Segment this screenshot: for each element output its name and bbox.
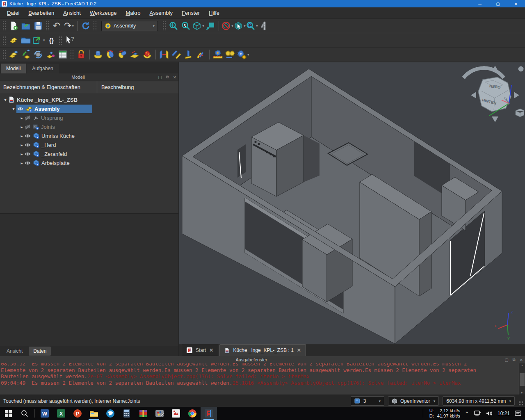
3d-viewport[interactable]: OBEN HINTEN LINKS Z X Y Star bbox=[179, 62, 525, 356]
toolbar-grip[interactable] bbox=[3, 36, 6, 45]
eye-icon[interactable] bbox=[25, 160, 31, 166]
speaker-icon[interactable] bbox=[486, 410, 493, 417]
fit-selection-button[interactable] bbox=[180, 20, 192, 32]
scroll-up-icon[interactable] bbox=[519, 363, 525, 368]
start-button[interactable] bbox=[0, 407, 16, 420]
eye-icon[interactable] bbox=[17, 106, 23, 112]
selected-tree-item[interactable]: Assembly bbox=[16, 105, 92, 113]
menu-werkzeuge[interactable]: Werkzeuge bbox=[85, 8, 121, 18]
room-model[interactable] bbox=[182, 69, 502, 344]
3d-scene[interactable]: OBEN HINTEN LINKS Z X Y bbox=[179, 62, 524, 344]
toolbar-grip[interactable] bbox=[71, 50, 73, 59]
tree-header-description[interactable]: Beschreibung bbox=[97, 81, 134, 93]
output-scrollbar[interactable] bbox=[519, 363, 525, 395]
tab-ansicht[interactable]: Ansicht bbox=[2, 347, 27, 356]
tree-header-labels[interactable]: Bezeichnungen & Eigenschaften bbox=[0, 81, 97, 93]
network-speed-monitor[interactable]: U:2,12 kbit/s D:41,97 kbit/s bbox=[429, 408, 460, 419]
draw-style-button[interactable] bbox=[221, 20, 233, 32]
dimension-selector[interactable]: 6034,98 mm x 4911,52 mm bbox=[443, 396, 515, 406]
taskbar-excel[interactable]: X bbox=[53, 407, 69, 420]
new-file-button[interactable] bbox=[7, 20, 20, 32]
panel-float-icon[interactable] bbox=[510, 357, 518, 362]
resize-grip[interactable] bbox=[518, 400, 524, 406]
tab-kueche-document[interactable]: Küche _Inge_KPL-_ZSB : 1 bbox=[219, 344, 306, 356]
expand-arrow-icon[interactable] bbox=[19, 125, 25, 129]
taskbar-search[interactable] bbox=[16, 407, 33, 420]
joint-fixed-button[interactable] bbox=[92, 48, 104, 61]
taskbar-paint[interactable] bbox=[151, 407, 168, 420]
sync-view-button[interactable] bbox=[204, 20, 217, 32]
chevron-down-icon[interactable] bbox=[43, 38, 45, 42]
scroll-down-icon[interactable] bbox=[519, 368, 525, 372]
antialiasing-selector[interactable]: 3 bbox=[351, 396, 384, 406]
eye-hidden-icon[interactable] bbox=[25, 124, 31, 130]
measure-button[interactable] bbox=[258, 20, 270, 32]
taskbar-thunderbird[interactable] bbox=[102, 407, 119, 420]
open-file-button[interactable] bbox=[20, 20, 32, 32]
tree-item[interactable]: _Zeranfeld bbox=[0, 149, 178, 158]
taskbar-winrar[interactable] bbox=[135, 407, 151, 420]
menu-fenster[interactable]: Fenster bbox=[177, 8, 204, 18]
tree-item[interactable]: _Herd bbox=[0, 140, 178, 149]
joint-rack-pinion-button[interactable] bbox=[212, 48, 224, 61]
collapse-arrow-icon[interactable] bbox=[11, 107, 16, 111]
menu-makro[interactable]: Makro bbox=[121, 8, 145, 18]
close-tab-icon[interactable] bbox=[209, 347, 213, 353]
bill-of-materials-button[interactable] bbox=[57, 48, 69, 61]
eye-icon[interactable] bbox=[25, 133, 31, 139]
panel-close-icon[interactable] bbox=[518, 358, 525, 362]
eye-hidden-icon[interactable] bbox=[25, 115, 31, 121]
menu-assembly[interactable]: Assembly bbox=[145, 8, 177, 18]
taskbar-powerpoint[interactable]: P bbox=[69, 407, 86, 420]
tab-start[interactable]: Start bbox=[182, 345, 218, 356]
tab-aufgaben[interactable]: Aufgaben bbox=[27, 64, 58, 73]
panel-restore-icon[interactable] bbox=[156, 75, 164, 80]
notification-center-icon[interactable] bbox=[514, 410, 522, 417]
tree-item[interactable]: Küche _Inge_KPL-_ZSB bbox=[0, 95, 178, 104]
tree-item[interactable]: Assembly bbox=[0, 104, 178, 113]
hidden-icons-chevron[interactable] bbox=[465, 411, 469, 417]
maximize-icon[interactable] bbox=[489, 0, 507, 7]
collapse-arrow-icon[interactable] bbox=[2, 98, 8, 102]
eye-icon[interactable] bbox=[25, 151, 31, 157]
toggle-grounded-button[interactable] bbox=[75, 48, 87, 61]
save-button[interactable] bbox=[32, 20, 44, 32]
chevron-down-icon[interactable] bbox=[72, 24, 74, 28]
make-link-button[interactable] bbox=[32, 34, 45, 46]
panel-restore-icon[interactable] bbox=[503, 358, 510, 362]
expand-arrow-icon[interactable] bbox=[19, 143, 25, 147]
joint-gears-button[interactable] bbox=[236, 48, 249, 61]
create-group-button[interactable] bbox=[20, 34, 32, 46]
solve-assembly-button[interactable] bbox=[32, 48, 44, 61]
stove-herd[interactable] bbox=[251, 122, 304, 196]
panel-float-icon[interactable] bbox=[164, 75, 171, 80]
expand-arrow-icon[interactable] bbox=[19, 134, 25, 138]
output-log[interactable]: 08:36:32 Es müssen 2 Elemente von 2 sepa… bbox=[1, 363, 518, 395]
taskbar-word[interactable]: W bbox=[37, 407, 53, 420]
tree-item[interactable]: Umriss Küche bbox=[0, 131, 178, 140]
taskbar-chrome[interactable] bbox=[184, 407, 201, 420]
taskbar-viewer[interactable] bbox=[168, 407, 184, 420]
new-part-button[interactable] bbox=[44, 48, 57, 61]
tab-daten[interactable]: Daten bbox=[29, 347, 51, 356]
refresh-button[interactable] bbox=[80, 20, 92, 32]
expand-arrow-icon[interactable] bbox=[19, 116, 25, 120]
tree-item[interactable]: Joints bbox=[0, 122, 178, 131]
tree-item[interactable]: Ursprung bbox=[0, 113, 178, 122]
macros-button[interactable] bbox=[45, 34, 57, 46]
joint-parallel-button[interactable] bbox=[170, 48, 183, 61]
undo-button[interactable] bbox=[50, 20, 63, 32]
joint-perpendicular-button[interactable] bbox=[183, 48, 195, 61]
joint-slider-button[interactable] bbox=[129, 48, 141, 61]
navigation-cube[interactable]: OBEN HINTEN LINKS bbox=[463, 66, 524, 122]
joint-revolute-button[interactable] bbox=[104, 48, 116, 61]
chevron-down-icon[interactable] bbox=[247, 52, 249, 57]
menu-ansicht[interactable]: Ansicht bbox=[59, 8, 85, 18]
minimize-icon[interactable] bbox=[471, 0, 489, 7]
joint-ball-button[interactable] bbox=[141, 48, 153, 61]
joint-belt-button[interactable] bbox=[224, 48, 236, 61]
panel-close-icon[interactable] bbox=[171, 75, 178, 80]
toolbar-grip[interactable] bbox=[59, 36, 62, 45]
create-assembly-button[interactable] bbox=[7, 48, 20, 61]
expand-arrow-icon[interactable] bbox=[19, 161, 25, 165]
